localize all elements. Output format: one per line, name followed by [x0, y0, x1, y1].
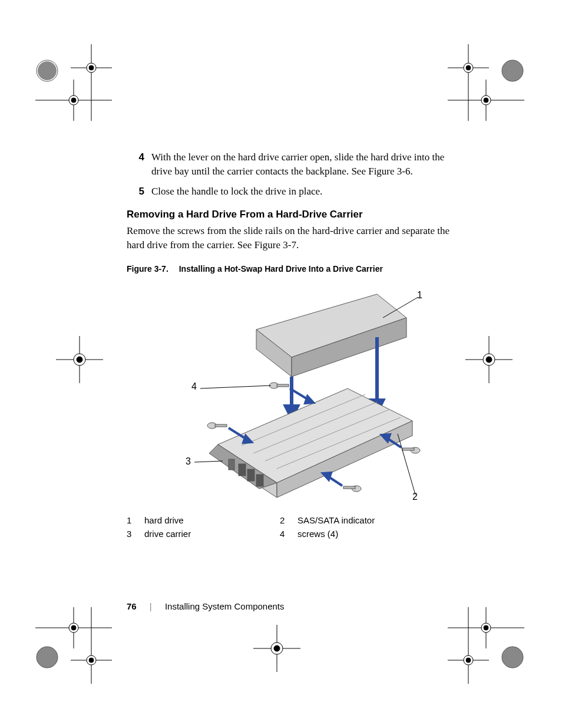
crop-mark-left: [56, 336, 103, 383]
crop-mark-top-right: [448, 44, 524, 121]
footer-separator: |: [150, 601, 152, 611]
svg-rect-75: [215, 424, 227, 427]
svg-point-31: [71, 625, 76, 630]
step-5: 5 Close the handle to lock the drive in …: [127, 185, 462, 199]
figure-caption: Figure 3-7. Installing a Hot-Swap Hard D…: [127, 264, 462, 274]
figure-illustration: 1 2 3 4: [159, 285, 430, 509]
svg-point-27: [486, 357, 492, 363]
step-number: 4: [127, 150, 151, 179]
svg-point-18: [484, 98, 488, 103]
figure-number: Figure 3-7.: [127, 264, 168, 274]
svg-rect-71: [277, 384, 289, 387]
step-text: With the lever on the hard drive carrier…: [151, 150, 462, 179]
crop-mark-top-left: [35, 44, 112, 121]
svg-point-7: [71, 98, 76, 103]
svg-rect-83: [343, 486, 355, 489]
svg-line-86: [200, 386, 271, 388]
hard-drive-graphic: [256, 294, 406, 377]
legend-label: drive carrier: [144, 529, 191, 539]
crop-mark-bottom-right: [448, 607, 524, 684]
step-number: 5: [127, 185, 151, 199]
legend-label: hard drive: [144, 515, 184, 525]
legend-num: 2: [280, 515, 297, 525]
svg-line-87: [194, 461, 223, 462]
svg-point-35: [89, 658, 94, 663]
legend-num: 3: [127, 529, 144, 539]
section-heading: Removing a Hard Drive From a Hard-Drive …: [127, 209, 462, 220]
figure-callout-3: 3: [186, 456, 191, 467]
figure-title: Installing a Hot-Swap Hard Drive Into a …: [179, 264, 383, 274]
legend-num: 4: [280, 529, 297, 539]
svg-rect-65: [256, 475, 263, 486]
svg-line-88: [398, 434, 415, 495]
svg-rect-63: [239, 464, 246, 476]
body-paragraph: Remove the screws from the slide rails o…: [127, 224, 462, 252]
figure-callout-1: 1: [417, 290, 422, 301]
crop-mark-bottom-left: [35, 607, 112, 684]
svg-point-49: [502, 647, 523, 668]
figure-legend: 1 hard drive 2 SAS/SATA indicator 3 driv…: [127, 515, 462, 539]
svg-marker-85: [323, 473, 331, 480]
svg-rect-79: [402, 448, 414, 450]
svg-point-36: [37, 647, 58, 668]
svg-point-19: [502, 60, 523, 81]
legend-label: SAS/SATA indicator: [297, 515, 375, 525]
svg-point-9: [38, 61, 57, 80]
svg-point-3: [89, 65, 94, 70]
figure-callout-2: 2: [412, 492, 418, 502]
legend-label: screws (4): [297, 529, 338, 539]
crop-mark-right: [465, 336, 513, 383]
svg-marker-73: [305, 396, 313, 403]
crop-mark-bottom-center: [253, 625, 300, 672]
svg-point-23: [77, 357, 82, 363]
page-number: 76: [127, 601, 137, 611]
svg-point-40: [274, 645, 280, 651]
step-text: Close the handle to lock the drive in pl…: [151, 185, 462, 199]
svg-point-44: [484, 625, 488, 630]
svg-point-14: [466, 65, 471, 70]
svg-rect-62: [229, 459, 234, 470]
svg-point-48: [466, 658, 471, 663]
page-footer: 76 | Installing System Components: [127, 601, 285, 611]
figure-callout-4: 4: [191, 381, 197, 392]
footer-section: Installing System Components: [165, 601, 285, 611]
svg-rect-64: [247, 469, 254, 481]
legend-num: 1: [127, 515, 144, 525]
page-content: 4 With the lever on the hard drive carri…: [127, 150, 462, 542]
step-4: 4 With the lever on the hard drive carri…: [127, 150, 462, 179]
